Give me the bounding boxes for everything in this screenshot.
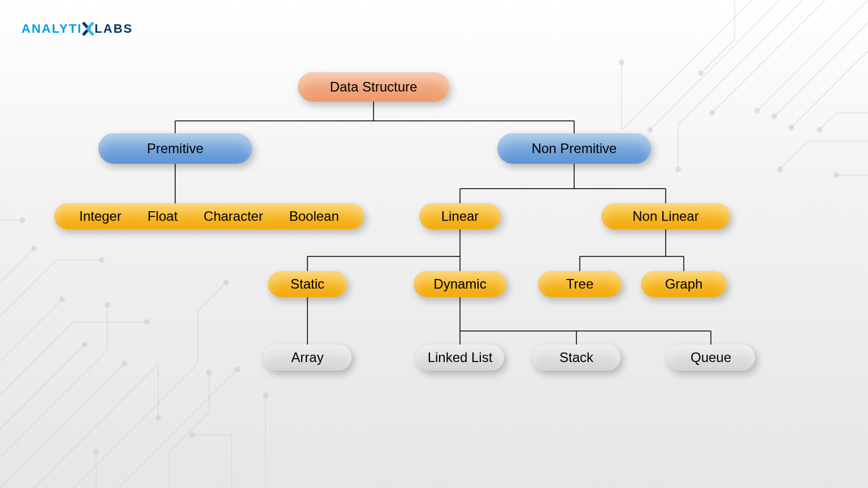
svg-line-46 [34,364,158,488]
tree-label: Tree [566,276,593,292]
svg-line-51 [198,282,226,311]
svg-point-5 [788,125,794,130]
svg-point-43 [31,246,37,251]
node-root: Data Structure [298,72,449,102]
svg-line-4 [791,51,868,128]
array-label: Array [291,350,323,365]
linked-list-label: Linked List [428,350,493,365]
node-graph: Graph [641,271,727,297]
svg-line-20 [780,141,808,169]
node-primitive-types: Integer Float Character Boolean [54,203,364,229]
logo-text-1: ANALYTI [21,21,82,36]
stack-label: Stack [559,350,593,365]
svg-point-10 [675,167,681,172]
non-primitive-label: Non Premitive [532,141,617,156]
primitive-float: Float [147,208,177,224]
node-tree: Tree [538,271,622,297]
svg-line-17 [701,40,735,73]
svg-line-53 [119,369,237,488]
svg-line-34 [0,322,73,395]
logo-x-icon [81,21,96,36]
node-primitive: Premitive [98,133,252,164]
svg-point-45 [20,217,25,223]
svg-point-18 [698,71,704,76]
dynamic-label: Dynamic [433,276,486,292]
svg-line-27 [0,364,124,488]
node-array: Array [263,345,351,371]
svg-line-2 [774,23,868,116]
svg-point-52 [223,280,229,285]
svg-point-12 [647,127,653,133]
svg-point-23 [834,172,839,178]
svg-line-49 [73,364,198,488]
node-dynamic: Dynamic [414,271,506,297]
svg-point-63 [189,432,195,438]
node-linked-list: Linked List [416,345,504,371]
root-label: Data Structure [330,79,418,95]
svg-line-56 [170,412,209,452]
svg-point-33 [82,342,88,347]
svg-line-42 [0,249,34,282]
svg-line-13 [622,0,752,130]
brand-logo: ANALYTI LABS [21,21,133,36]
svg-point-7 [709,110,715,116]
svg-point-65 [93,449,99,455]
static-label: Static [290,276,324,292]
svg-line-25 [819,113,836,130]
primitive-character: Character [203,208,263,224]
svg-point-41 [99,257,105,263]
node-static: Static [268,271,347,297]
graph-label: Graph [665,276,703,292]
queue-label: Queue [691,350,731,365]
svg-point-21 [777,167,783,172]
svg-line-37 [0,299,62,361]
svg-line-11 [650,0,780,130]
svg-line-6 [712,0,825,113]
linear-label: Linear [441,208,479,224]
svg-line-0 [757,0,868,111]
svg-point-31 [105,302,110,308]
svg-point-36 [144,319,150,325]
primitive-integer: Integer [79,208,121,224]
svg-line-8 [678,0,802,124]
node-non-linear: Non Linear [601,203,730,229]
svg-point-54 [235,367,240,372]
svg-point-58 [206,370,212,376]
svg-line-32 [0,345,85,429]
svg-point-3 [771,114,777,119]
primitive-boolean: Boolean [289,208,339,224]
svg-point-38 [59,297,65,302]
svg-point-15 [619,59,624,65]
non-linear-label: Non Linear [632,208,698,224]
node-stack: Stack [532,345,620,371]
primitive-label: Premitive [147,141,203,156]
svg-point-28 [121,361,127,367]
logo-text-2: LABS [94,21,133,36]
svg-point-48 [155,415,161,421]
svg-point-1 [754,108,760,114]
node-non-primitive: Non Premitive [497,133,651,164]
node-linear: Linear [419,203,501,229]
node-queue: Queue [667,345,755,371]
svg-point-26 [817,127,822,133]
svg-line-39 [0,260,57,316]
svg-point-60 [263,393,268,398]
svg-line-29 [0,350,107,457]
